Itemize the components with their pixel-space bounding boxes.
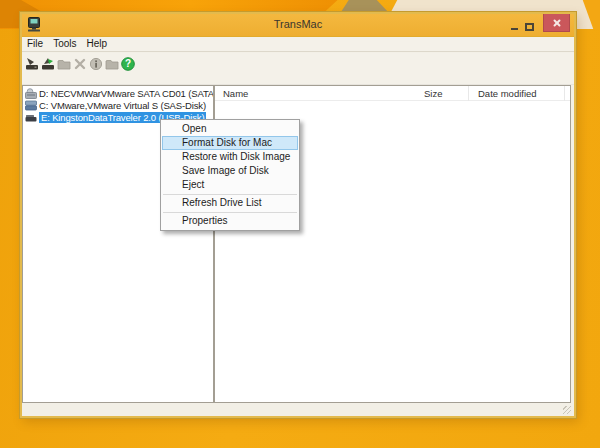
info-icon <box>89 57 103 71</box>
menu-file[interactable]: File <box>22 37 48 51</box>
cdrom-drive-icon <box>25 88 37 99</box>
file-list-header: Name Size Date modified <box>215 86 570 101</box>
context-menu: Open Format Disk for Mac Restore with Di… <box>160 119 300 231</box>
column-header-name[interactable]: Name <box>223 88 248 99</box>
toolbar-new-folder-button[interactable] <box>105 57 119 71</box>
caption-buttons <box>500 14 570 37</box>
close-button[interactable] <box>543 14 570 32</box>
drive-label: C: VMware,VMware Virtual S (SAS-Disk) <box>39 100 206 111</box>
context-menu-item-properties[interactable]: Properties <box>161 214 299 228</box>
toolbar-help-button[interactable]: ? <box>121 57 135 71</box>
usb-drive-icon <box>25 112 37 123</box>
minimize-button[interactable] <box>511 28 518 30</box>
mount-drive-green-arrow-icon <box>41 57 55 71</box>
column-separator <box>468 86 469 101</box>
desktop: TransMac File Tools Help <box>0 0 600 448</box>
column-header-size[interactable]: Size <box>424 88 442 99</box>
mount-drive-icon <box>25 57 39 71</box>
toolbar-open-folder-button[interactable] <box>57 57 71 71</box>
menu-tools[interactable]: Tools <box>48 37 81 51</box>
delete-x-icon <box>73 57 87 71</box>
column-header-date-modified[interactable]: Date modified <box>478 88 537 99</box>
transmac-window: TransMac File Tools Help <box>20 12 576 418</box>
toolbar: ? <box>22 53 574 85</box>
menu-help[interactable]: Help <box>81 37 112 51</box>
context-menu-item-open[interactable]: Open <box>161 122 299 136</box>
context-menu-item-restore-with-disk-image[interactable]: Restore with Disk Image <box>161 150 299 164</box>
resize-grip[interactable] <box>563 406 571 414</box>
menu-bar: File Tools Help <box>22 37 574 52</box>
drive-row-d[interactable]: D: NECVMWarVMware SATA CD01 (SATA-CdRom) <box>23 87 213 99</box>
open-folder-icon <box>57 57 71 71</box>
window-title: TransMac <box>22 18 574 30</box>
context-menu-item-refresh-drive-list[interactable]: Refresh Drive List <box>161 196 299 210</box>
column-separator <box>564 86 565 101</box>
status-bar <box>22 403 574 416</box>
context-menu-item-eject[interactable]: Eject <box>161 178 299 192</box>
new-folder-icon <box>105 57 119 71</box>
toolbar-mount-drive-button[interactable] <box>25 57 39 71</box>
help-question-glyph: ? <box>121 57 135 71</box>
maximize-button[interactable] <box>525 23 534 31</box>
hard-drive-icon <box>25 100 37 111</box>
context-menu-item-save-image-of-disk[interactable]: Save Image of Disk <box>161 164 299 178</box>
context-menu-item-format-disk-for-mac[interactable]: Format Disk for Mac <box>162 136 298 150</box>
toolbar-info-button[interactable] <box>89 57 103 71</box>
drive-label: D: NECVMWarVMware SATA CD01 (SATA-CdRom) <box>39 88 213 99</box>
toolbar-delete-button[interactable] <box>73 57 87 71</box>
drive-row-c[interactable]: C: VMware,VMware Virtual S (SAS-Disk) <box>23 99 213 111</box>
toolbar-mount-image-button[interactable] <box>41 57 55 71</box>
title-bar[interactable]: TransMac <box>22 14 574 37</box>
